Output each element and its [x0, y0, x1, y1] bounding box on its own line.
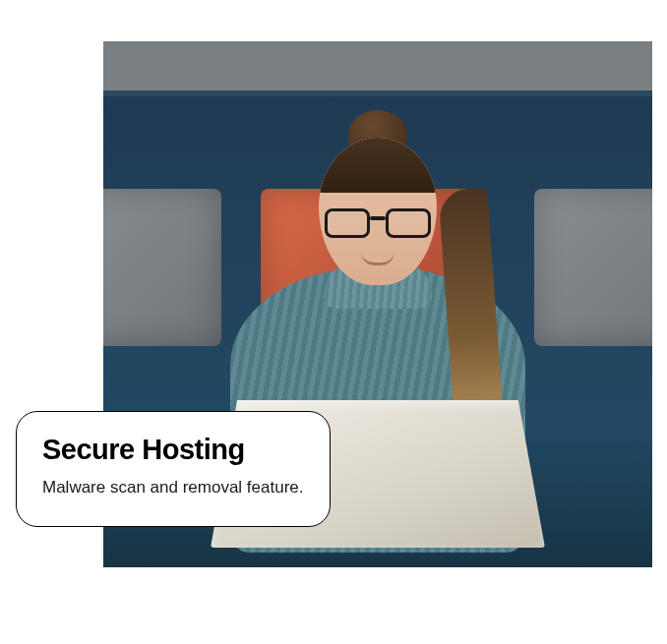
lens-left: [325, 208, 370, 238]
head: [319, 138, 437, 285]
hair-top: [319, 138, 437, 193]
glasses-icon: [325, 208, 431, 242]
smile: [361, 252, 394, 265]
feature-card: Secure Hosting Malware scan and removal …: [16, 411, 331, 527]
glasses-bridge: [370, 216, 386, 220]
pillow-grey-right: [534, 189, 652, 346]
feature-description: Malware scan and removal feature.: [42, 476, 304, 500]
feature-title: Secure Hosting: [42, 434, 304, 466]
lens-right: [386, 208, 431, 238]
pillow-grey-left: [103, 189, 221, 346]
